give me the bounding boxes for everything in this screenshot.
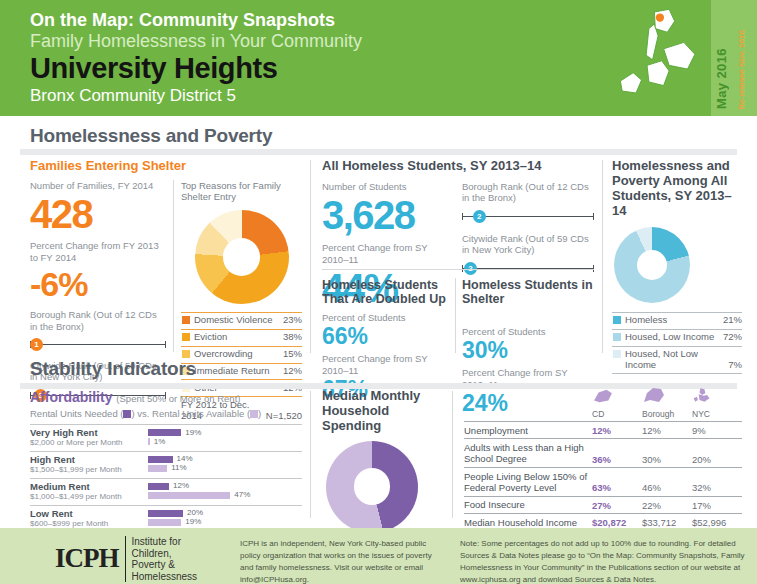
spending-donut-chart xyxy=(326,441,418,533)
legend-swatch xyxy=(182,350,190,358)
legend-label: Housed, Low Income xyxy=(625,332,720,343)
rent-range: $1,500–$1,999 per Month xyxy=(30,465,148,475)
legend-row: Housed, Not Low Income 7% xyxy=(612,346,742,375)
legend-row: Overcrowding 15% xyxy=(181,346,302,363)
available-bar-value: 11% xyxy=(171,464,186,472)
families-panel-title: Families Entering Shelter xyxy=(30,159,302,174)
needed-bar xyxy=(148,483,169,490)
legend-swatch xyxy=(613,316,621,324)
available-bar-value: 1% xyxy=(154,438,166,446)
legend-row: Immediate Return 12% xyxy=(181,363,302,380)
legend-value: 15% xyxy=(283,349,302,360)
table-header-row: CD Borough NYC xyxy=(464,408,742,421)
nyc-map-icon xyxy=(613,6,705,110)
needed-bar xyxy=(148,456,173,463)
header: On the Map: Community Snapshots Family H… xyxy=(0,0,757,116)
rent-category: Medium Rent xyxy=(30,481,148,492)
in-shelter-title: Homeless Students in Shelter xyxy=(462,278,594,307)
nyc-value: 9% xyxy=(692,425,742,436)
legend-row: Domestic Violence 23% xyxy=(181,312,302,329)
row-label: Median Household Income xyxy=(464,517,592,528)
footer-about-text: ICPH is an independent, New York City-ba… xyxy=(240,538,432,584)
homeless-students-panel: All Homeless Students, SY 2013–14 Number… xyxy=(322,159,594,174)
legend-label: Immediate Return xyxy=(194,366,280,377)
date-strip: May 2016 Re-release Nov. 2016 xyxy=(711,0,757,116)
legend-row: Homeless 21% xyxy=(612,312,742,329)
table-geo-icons xyxy=(464,386,742,408)
column-divider xyxy=(173,180,174,352)
table-row: Unemployment 12% 12% 9% xyxy=(464,421,742,438)
cd-value: 63% xyxy=(592,482,642,493)
available-swatch xyxy=(250,410,258,418)
students-number-value: 3,628 xyxy=(322,195,456,235)
in-shelter-pct-label: Percent of Students xyxy=(462,326,594,337)
community-district-marker xyxy=(656,13,664,21)
doubled-up-pct-value: 66% xyxy=(322,325,448,348)
borough-value: $33,712 xyxy=(642,517,692,528)
affordability-legend: Rental Units Needed () vs. Rental Units … xyxy=(30,408,302,419)
table-row: Food Insecure 27% 22% 17% xyxy=(464,496,742,513)
student-poverty-chart-title: Homelessness and Poverty Among All Stude… xyxy=(612,159,742,219)
snapshot-page: On the Map: Community Snapshots Family H… xyxy=(0,0,757,584)
students-borough-rank-label: Borough Rank (Out of 12 CDs in the Bronx… xyxy=(462,181,594,204)
row-label: Food Insecure xyxy=(464,499,592,510)
nyc-value: 32% xyxy=(692,482,742,493)
rent-range: $2,000 or More per Month xyxy=(30,438,148,448)
column-header-nyc: NYC xyxy=(692,409,742,419)
students-borough-rank-marker: 2 xyxy=(473,210,486,223)
legend-available-label: ) vs. Rental Units Available ( xyxy=(131,408,250,419)
rent-category: Low Rent xyxy=(30,508,148,519)
legend-label: Eviction xyxy=(194,332,280,343)
rent-category: Very High Rent xyxy=(30,427,148,438)
needed-bar xyxy=(148,510,183,517)
needed-bar-value: 14% xyxy=(177,455,193,463)
sub-panel-divider xyxy=(455,278,456,353)
cd-value: 12% xyxy=(592,425,642,436)
shelter-reasons-chart-title: Top Reasons for Family Shelter Entry xyxy=(181,180,302,203)
icph-logo: ICPH Institute for Children, Poverty & H… xyxy=(55,536,207,584)
legend-row: Eviction 38% xyxy=(181,329,302,346)
legend-label: Domestic Violence xyxy=(194,315,280,326)
nyc-value: $52,996 xyxy=(692,517,742,528)
legend-value: 12% xyxy=(283,366,302,377)
column-header-cd: CD xyxy=(592,409,642,419)
nyc-value: 20% xyxy=(692,454,742,465)
families-entering-shelter-panel: Families Entering Shelter Number of Fami… xyxy=(30,159,302,174)
panel-divider xyxy=(310,391,311,518)
doubled-up-title: Homeless Students That Are Doubled Up xyxy=(322,278,448,307)
legend-value: 21% xyxy=(723,315,742,326)
legend-swatch xyxy=(613,350,621,358)
cd-value: $20,872 xyxy=(592,517,642,528)
rent-range: $1,000–$1,499 per Month xyxy=(30,492,148,502)
families-borough-rank-slider: 1 xyxy=(30,338,166,351)
legend-swatch xyxy=(613,333,621,341)
in-shelter-pct-value: 30% xyxy=(462,339,594,362)
families-change-value: -6% xyxy=(30,267,166,301)
legend-value: 38% xyxy=(283,332,302,343)
needed-bar-value: 19% xyxy=(185,429,201,437)
available-bar xyxy=(148,492,230,499)
panel-divider xyxy=(452,391,453,518)
legend-value: 7% xyxy=(728,360,742,371)
column-header-borough: Borough xyxy=(642,409,692,419)
borough-value: 30% xyxy=(642,454,692,465)
needed-bar-value: 12% xyxy=(173,482,189,490)
nyc-map-small-icon xyxy=(692,386,712,404)
students-change-label: Percent Change from SY 2010–11 xyxy=(322,242,456,265)
shelter-reasons-donut-chart xyxy=(195,210,289,304)
available-bar xyxy=(148,438,150,445)
families-number-value: 428 xyxy=(30,194,166,234)
rent-bar-row: Medium Rent $1,000–$1,499 per Month 12% … xyxy=(30,478,302,505)
legend-value: 23% xyxy=(283,315,302,326)
available-bar xyxy=(148,519,181,526)
families-change-label: Percent Change from FY 2013 to FY 2014 xyxy=(30,240,166,263)
section-title-stability: Stability Indicators xyxy=(30,358,196,380)
legend-value: 72% xyxy=(723,332,742,343)
table-row: People Living Below 150% of Federal Pove… xyxy=(464,467,742,496)
legend-needed-label: Rental Units Needed ( xyxy=(30,408,123,419)
rent-category: High Rent xyxy=(30,454,148,465)
section-divider xyxy=(20,149,737,155)
needed-bar-value: 20% xyxy=(187,509,203,517)
families-number-label: Number of Families, FY 2014 xyxy=(30,180,166,191)
cd-value: 27% xyxy=(592,500,642,511)
